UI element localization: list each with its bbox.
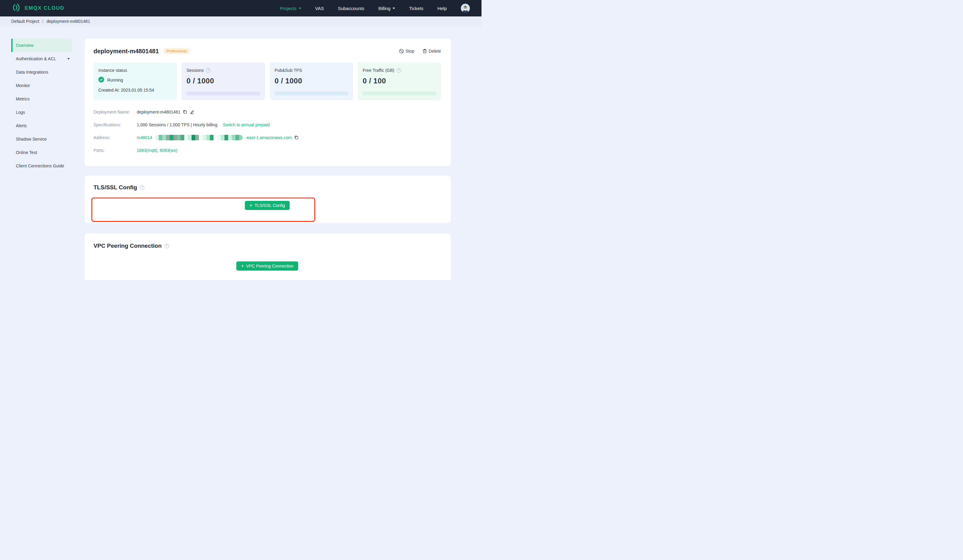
redacted-block <box>184 135 188 140</box>
redacted-block <box>162 135 166 140</box>
ports-value: 1883(mqtt), 8083(ws) <box>137 148 177 153</box>
address-row: Address: m48014-east-1.amazonaws.com <box>94 131 441 144</box>
redacted-block <box>173 135 177 140</box>
address-label: Address: <box>94 135 137 140</box>
stop-button[interactable]: Stop <box>399 49 415 53</box>
delete-button[interactable]: Delete <box>422 49 441 53</box>
deployment-name-value: deployment-m4801481 <box>137 110 180 115</box>
redacted-block <box>155 135 159 140</box>
instance-status-label: Instance status <box>98 68 172 73</box>
plus-icon: + <box>250 203 253 208</box>
chevron-down-icon <box>67 58 70 60</box>
tps-progress-bar <box>275 92 348 95</box>
specifications-label: Specifications: <box>94 122 137 127</box>
sidebar-item-alerts[interactable]: Alerts <box>11 119 72 133</box>
sessions-tile: Sessions ? 0 / 1000 <box>182 62 265 100</box>
free-traffic-value: 0 / 100 <box>363 77 436 85</box>
address-suffix: -east-1.amazonaws.com <box>245 135 292 140</box>
redacted-block <box>239 135 243 140</box>
chevron-down-icon <box>392 8 395 9</box>
switch-annual-prepaid-link[interactable]: Switch to annual prepaid <box>223 122 269 127</box>
user-avatar[interactable] <box>461 4 470 13</box>
nav-item-projects[interactable]: Projects <box>280 6 301 11</box>
redacted-block <box>217 135 221 140</box>
sidebar-item-shadow-service[interactable]: Shadow Service <box>11 133 72 146</box>
redacted-block <box>203 135 206 140</box>
sessions-progress-bar <box>186 92 260 95</box>
vpc-peering-title: VPC Peering Connection <box>94 243 162 249</box>
redacted-block <box>221 135 224 140</box>
add-tls-ssl-config-button[interactable]: + TLS/SSL Config <box>245 201 290 210</box>
trash-icon <box>422 49 427 53</box>
instance-status-tile: Instance status Running Created At: 2023… <box>94 62 177 100</box>
redacted-block <box>166 135 170 140</box>
stop-icon <box>399 49 404 53</box>
free-traffic-tile: Free Traffic (GB) ? 0 / 100 <box>358 62 441 100</box>
nav-item-vas[interactable]: VAS <box>315 6 324 11</box>
plus-icon: + <box>241 263 244 269</box>
pubsub-tps-label: Pub&Sub TPS <box>275 68 302 73</box>
sidebar-item-metrics[interactable]: Metrics <box>11 92 72 105</box>
nav-item-tickets[interactable]: Tickets <box>409 6 423 11</box>
brand[interactable]: EMQX CLOUD <box>11 2 64 14</box>
help-icon[interactable]: ? <box>397 68 401 73</box>
redacted-block <box>191 135 195 140</box>
breadcrumb-project[interactable]: Default Project <box>11 19 39 24</box>
sidebar-item-client-connections-guide[interactable]: Client Connections Guide <box>11 159 72 173</box>
deployment-overview-card: deployment-m4801481 Professional Stop <box>85 39 451 166</box>
chevron-down-icon <box>299 8 301 9</box>
created-at: Created At: 2023.01.05 15:54 <box>98 87 172 92</box>
help-icon[interactable]: ? <box>140 185 144 190</box>
redacted-block <box>214 135 217 140</box>
redacted-block <box>195 135 199 140</box>
tls-ssl-card: TLS/SSL Config ? + TLS/SSL Config <box>85 176 451 223</box>
sidebar-item-logs[interactable]: Logs <box>11 105 72 119</box>
tls-ssl-title: TLS/SSL Config <box>94 184 137 191</box>
breadcrumb-separator: / <box>42 19 44 24</box>
deployment-name-row: Deployment Name: deployment-m4801481 <box>94 105 441 118</box>
deployment-name-label: Deployment Name: <box>94 110 137 115</box>
brand-name: EMQX CLOUD <box>25 5 64 11</box>
traffic-progress-bar <box>363 92 436 95</box>
help-icon[interactable]: ? <box>206 68 211 73</box>
breadcrumb: Default Project / deployment-m4801481 <box>0 16 481 26</box>
address-prefix: m48014 <box>137 135 152 140</box>
ports-label: Ports: <box>94 148 137 153</box>
redacted-block <box>199 135 203 140</box>
check-circle-icon <box>98 77 104 83</box>
redacted-block <box>224 135 228 140</box>
redacted-block <box>210 135 214 140</box>
vpc-peering-card: VPC Peering Connection ? + VPC Peering C… <box>85 233 451 280</box>
copy-icon[interactable] <box>183 110 187 115</box>
top-nav: EMQX CLOUD Projects VAS Subaccounts Bill… <box>0 0 481 16</box>
nav-item-billing[interactable]: Billing <box>378 6 395 11</box>
sidebar-item-online-test[interactable]: Online Test <box>11 146 72 159</box>
add-vpc-peering-button[interactable]: + VPC Peering Connection <box>236 261 298 270</box>
redacted-block <box>188 135 191 140</box>
sidebar-item-overview[interactable]: Overview <box>11 39 72 52</box>
redacted-block <box>159 135 162 140</box>
edit-icon[interactable] <box>190 110 195 115</box>
redacted-block <box>235 135 239 140</box>
help-icon[interactable]: ? <box>164 244 169 248</box>
free-traffic-label: Free Traffic (GB) <box>363 68 394 73</box>
deployment-title: deployment-m4801481 <box>94 48 159 55</box>
ports-row: Ports: 1883(mqtt), 8083(ws) <box>94 144 441 157</box>
copy-icon[interactable] <box>294 135 299 140</box>
status-text: Running <box>107 78 123 83</box>
sidebar-item-authentication-acl[interactable]: Authentication & ACL <box>11 52 72 65</box>
pubsub-tps-tile: Pub&Sub TPS 0 / 1000 <box>270 62 353 100</box>
sessions-label: Sessions <box>186 68 204 73</box>
redacted-block <box>170 135 173 140</box>
sidebar-item-monitor[interactable]: Monitor <box>11 79 72 92</box>
nav-item-subaccounts[interactable]: Subaccounts <box>338 6 364 11</box>
emqx-logo-icon <box>11 2 22 14</box>
redacted-block <box>177 135 181 140</box>
breadcrumb-current: deployment-m4801481 <box>47 19 90 24</box>
sidebar: Overview Authentication & ACL Data Integ… <box>0 26 85 280</box>
redacted-block <box>228 135 232 140</box>
redacted-address <box>155 135 243 140</box>
sidebar-item-data-integrations[interactable]: Data Integrations <box>11 65 72 79</box>
nav-item-help[interactable]: Help <box>437 6 447 11</box>
specifications-row: Specifications: 1,000 Sessions / 1,000 T… <box>94 118 441 131</box>
